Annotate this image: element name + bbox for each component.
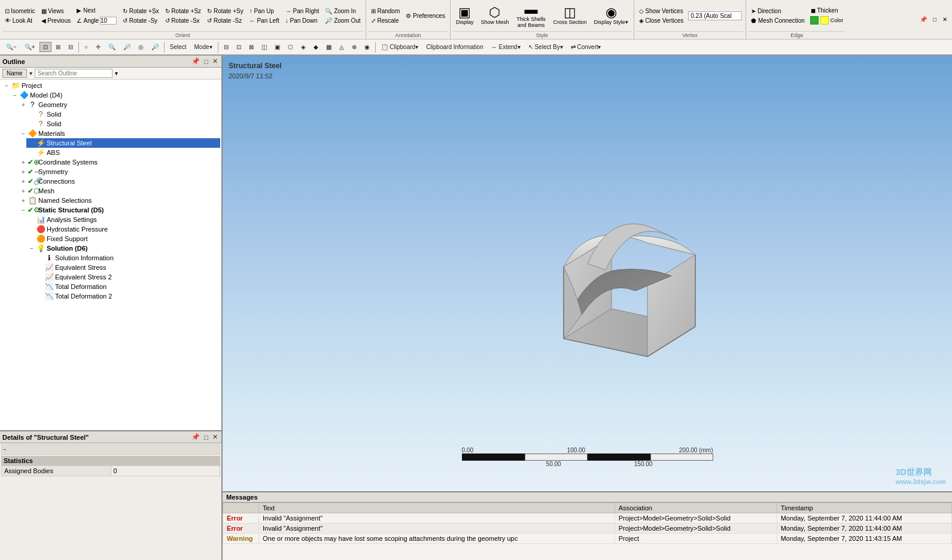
- tree-node-geometry[interactable]: + ? Geometry: [18, 100, 220, 109]
- search-input[interactable]: [35, 69, 112, 78]
- expand-btn[interactable]: □: [930, 15, 939, 24]
- minimize-icon[interactable]: □: [203, 57, 209, 66]
- grid-select3-btn[interactable]: ⊠: [245, 42, 257, 52]
- thicken-btn[interactable]: ◼ Thicken: [808, 6, 845, 15]
- details-pin-icon[interactable]: 📌: [190, 433, 201, 442]
- grid-select7-btn[interactable]: ◈: [297, 42, 309, 52]
- rescale-btn[interactable]: ⤢ Rescale: [369, 16, 403, 25]
- zoom-tool2-btn[interactable]: 🔎: [120, 42, 134, 52]
- tree-node-solution-d6[interactable]: − 💡 Solution (D6): [26, 244, 220, 253]
- rotate-sx-btn[interactable]: ↻ Rotate +Sx: [120, 7, 162, 16]
- tree-node-materials[interactable]: − 🔶 Materials: [18, 129, 220, 138]
- grid-select10-btn[interactable]: ◬: [336, 42, 348, 52]
- select-btn[interactable]: Select: [166, 42, 190, 52]
- pin-icon[interactable]: 📌: [190, 57, 201, 66]
- show-mesh-btn[interactable]: ⬡ Show Mesh: [477, 4, 512, 27]
- grid-select1-btn[interactable]: ⊟: [220, 42, 232, 52]
- tree-node-coord-sys[interactable]: + ✔⊕ Coordinate Systems: [18, 157, 220, 167]
- view-grid-btn[interactable]: ⊞: [52, 42, 64, 52]
- close-panel-btn[interactable]: ✕: [940, 15, 950, 24]
- circle-tool-btn[interactable]: ○: [81, 42, 92, 52]
- cross-tool-btn[interactable]: ✛: [92, 42, 104, 52]
- annotation-group-label: Annotation: [369, 31, 448, 39]
- grid-select4-btn[interactable]: ◫: [258, 42, 270, 52]
- rotate-sy-btn[interactable]: ↻ Rotate +Sy: [205, 7, 246, 16]
- previous-btn[interactable]: ◀ Previous: [39, 16, 74, 25]
- tree-node-connections[interactable]: + ✔🔗 Connections: [18, 176, 220, 186]
- mode-btn[interactable]: Mode▾: [191, 42, 216, 52]
- vertex-scale-input[interactable]: [688, 11, 742, 20]
- tree-node-static-structural[interactable]: − ✔⚙ Static Structural (D5): [18, 205, 220, 215]
- tree-node-symmetry[interactable]: + ✔↔ Symmetry: [18, 167, 220, 176]
- grid-select8-btn[interactable]: ◆: [310, 42, 322, 52]
- close-icon[interactable]: ✕: [211, 57, 219, 66]
- rotate-neg-sy-btn[interactable]: ↺ Rotate -Sy: [120, 16, 162, 25]
- convert-btn[interactable]: ⇄ Convert▾: [567, 42, 605, 52]
- grid-select9-btn[interactable]: ▩: [323, 42, 335, 52]
- next-btn[interactable]: ▶ Next: [74, 6, 119, 15]
- mesh-connection-btn[interactable]: ⬟ Mesh Connection: [749, 16, 807, 25]
- tree-node-model[interactable]: − 🔷 Model (D4): [10, 90, 220, 100]
- zoom-fit-btn[interactable]: 🔍−: [2, 42, 20, 52]
- details-close-icon[interactable]: ✕: [211, 433, 219, 442]
- views-btn[interactable]: ▦ Views: [39, 7, 74, 16]
- tree-node-fixed-support[interactable]: 🟠 Fixed Support: [26, 234, 220, 244]
- tree-node-named-sel[interactable]: + 📋 Named Selections: [18, 196, 220, 205]
- name-btn[interactable]: Name: [2, 69, 27, 78]
- tree-node-total-deform[interactable]: 📉 Total Deformation: [35, 282, 220, 291]
- details-minimize-icon[interactable]: □: [203, 433, 209, 442]
- zoom-out-btn[interactable]: 🔎 Zoom Out: [323, 16, 363, 25]
- zoom-tool3-btn[interactable]: 🔎: [148, 42, 162, 52]
- angle-input[interactable]: [100, 17, 117, 25]
- display-style-btn[interactable]: ◉ Display Style▾: [591, 4, 631, 27]
- random-btn[interactable]: ⊞ Random: [369, 7, 403, 16]
- grid-select5-btn[interactable]: ▣: [271, 42, 284, 52]
- zoom-fit2-btn[interactable]: 🔍+: [21, 42, 39, 52]
- rotate-neg-sz-btn[interactable]: ↺ Rotate -Sz: [205, 16, 246, 25]
- zoom-tool1-btn[interactable]: 🔍: [105, 42, 119, 52]
- tree-node-project[interactable]: − 📁 Project: [1, 81, 220, 90]
- tree-node-solid2[interactable]: ? Solid: [26, 119, 220, 129]
- grid-select2-btn[interactable]: ⊡: [233, 42, 245, 52]
- tree-node-solid1[interactable]: ? Solid: [26, 109, 220, 119]
- rotate-sz-btn[interactable]: ↻ Rotate +Sz: [163, 7, 204, 16]
- tree-node-total-deform2[interactable]: 📉 Total Deformation 2: [35, 291, 220, 301]
- tree-node-mesh[interactable]: + ✔⬡ Mesh: [18, 186, 220, 196]
- pan-down-btn[interactable]: ↓ Pan Down: [283, 16, 322, 25]
- tree-node-equiv-stress[interactable]: 📈 Equivalent Stress: [35, 263, 220, 272]
- pan-right-btn[interactable]: → Pan Right: [283, 7, 322, 16]
- pan-left-btn[interactable]: ← Pan Left: [247, 16, 282, 25]
- direction-btn[interactable]: ➤ Direction: [749, 7, 807, 16]
- pin-btn[interactable]: 📌: [917, 15, 929, 24]
- zoom-in-btn[interactable]: 🔍 Zoom In: [323, 7, 363, 16]
- extend-btn[interactable]: ↔ Extend▾: [488, 42, 524, 52]
- clipboard-info-btn[interactable]: Clipboard Information: [422, 42, 487, 52]
- thick-shells-btn[interactable]: ▬ Thick Shells and Beams: [513, 1, 549, 30]
- fit-view-btn[interactable]: ⊡: [39, 42, 51, 52]
- preferences-btn[interactable]: ⚙ Preferences: [403, 11, 448, 20]
- angle-btn[interactable]: ∠ Angle: [74, 16, 119, 26]
- viewport[interactable]: Structural Steel 2020/9/7 11:52: [223, 56, 952, 491]
- tree-node-equiv-stress2[interactable]: 📈 Equivalent Stress 2: [35, 272, 220, 282]
- grid-select12-btn[interactable]: ◉: [361, 42, 373, 52]
- message-row-3: Warning One or more objects may have los…: [223, 534, 952, 544]
- zoom-circle-btn[interactable]: ◎: [135, 42, 147, 52]
- rotate-neg-sx-btn[interactable]: ↺ Rotate -Sx: [163, 16, 204, 25]
- tree-node-structural-steel[interactable]: ⚡ Structural Steel: [26, 138, 220, 148]
- grid-select11-btn[interactable]: ⊕: [348, 42, 360, 52]
- show-vertices-btn[interactable]: ◇ Show Vertices: [637, 7, 686, 16]
- tree-node-solution-info[interactable]: ℹ Solution Information: [35, 253, 220, 263]
- display-btn[interactable]: ▣ Display: [453, 4, 477, 27]
- view-box-btn[interactable]: ⊟: [65, 42, 77, 52]
- close-vertices-btn[interactable]: ◈ Close Vertices: [637, 16, 686, 25]
- tree-node-analysis-settings[interactable]: 📊 Analysis Settings: [26, 215, 220, 224]
- clipboard-btn[interactable]: 📋 Clipboard▾: [378, 42, 422, 52]
- tree-node-abs[interactable]: ⚡ ABS: [26, 148, 220, 157]
- pan-up-btn[interactable]: ↑ Pan Up: [247, 7, 282, 16]
- isometric-btn[interactable]: ⊡ Isometric: [2, 7, 38, 16]
- cross-section-btn[interactable]: ◫ Cross Section: [550, 4, 589, 27]
- tree-node-hydrostatic[interactable]: 🔴 Hydrostatic Pressure: [26, 224, 220, 234]
- look-at-btn[interactable]: 👁 Look At: [2, 16, 38, 25]
- grid-select6-btn[interactable]: ⬡: [284, 42, 297, 52]
- select-by-btn[interactable]: ↖ Select By▾: [525, 42, 567, 52]
